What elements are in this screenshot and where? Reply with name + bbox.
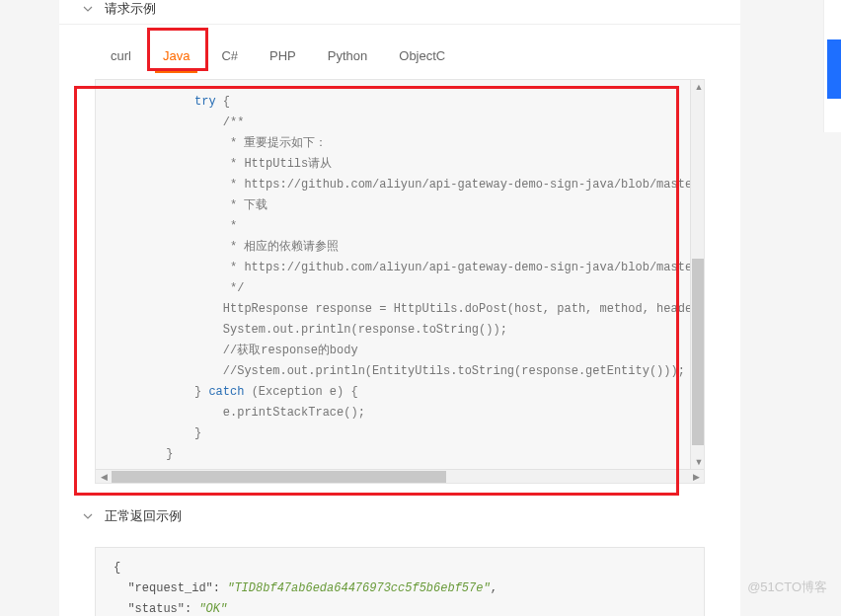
section-title: 请求示例	[105, 0, 156, 18]
watermark-text: @51CTO博客	[747, 578, 827, 596]
json-response-block: { "request_id": "TID8bf47ab6eda64476973c…	[95, 547, 705, 616]
code-line: * 相应的依赖请参照	[96, 237, 704, 258]
code-line: System.out.println(response.toString());	[96, 320, 704, 341]
tab-curl[interactable]: curl	[95, 40, 147, 73]
code-line: try {	[96, 92, 704, 113]
chevron-down-icon	[83, 4, 93, 14]
scroll-up-icon[interactable]: ▲	[691, 80, 707, 94]
code-line: *	[96, 216, 704, 237]
code-line: * 下载	[96, 195, 704, 216]
code-line: }	[96, 444, 704, 465]
code-line: * 重要提示如下：	[96, 133, 704, 154]
language-tabs: curl Java C# PHP Python ObjectC	[59, 25, 740, 73]
code-line: HttpResponse response = HttpUtils.doPost…	[96, 299, 704, 320]
scroll-track[interactable]	[112, 470, 688, 484]
code-line: e.printStackTrace();	[96, 403, 704, 424]
section-request-example[interactable]: 请求示例	[59, 0, 740, 25]
code-line: * https://github.com/aliyun/api-gateway-…	[96, 258, 704, 278]
scroll-thumb-horizontal[interactable]	[112, 471, 446, 483]
chevron-down-icon	[83, 511, 93, 521]
code-line: //获取response的body	[96, 341, 704, 361]
scroll-thumb-vertical[interactable]	[692, 259, 704, 445]
code-line: }	[96, 424, 704, 444]
section-title: 正常返回示例	[105, 507, 182, 525]
code-line: /**	[96, 113, 704, 133]
vertical-scrollbar[interactable]: ▲ ▼	[690, 80, 704, 469]
code-line: * HttpUtils请从	[96, 154, 704, 175]
code-line: } catch (Exception e) {	[96, 382, 704, 403]
code-line: * https://github.com/aliyun/api-gateway-…	[96, 175, 704, 195]
code-content: try { /** * 重要提示如下： * HttpUtils请从 * http…	[96, 80, 704, 469]
tab-csharp[interactable]: C#	[205, 40, 254, 73]
scroll-right-icon[interactable]: ▶	[688, 470, 704, 484]
scroll-left-icon[interactable]: ◀	[96, 470, 112, 484]
side-accent-bar	[827, 39, 841, 99]
horizontal-scrollbar[interactable]: ◀ ▶	[96, 469, 704, 483]
tab-java[interactable]: Java	[147, 40, 205, 73]
tab-php[interactable]: PHP	[254, 40, 312, 73]
code-line: //System.out.println(EntityUtils.toStrin…	[96, 361, 704, 382]
section-normal-response[interactable]: 正常返回示例	[59, 507, 740, 531]
tab-objectc[interactable]: ObjectC	[383, 40, 461, 73]
main-panel: 请求示例 curl Java C# PHP Python ObjectC try…	[59, 0, 740, 616]
code-block: try { /** * 重要提示如下： * HttpUtils请从 * http…	[95, 79, 705, 484]
tab-python[interactable]: Python	[312, 40, 383, 73]
code-line: */	[96, 278, 704, 299]
scroll-down-icon[interactable]: ▼	[691, 455, 707, 469]
